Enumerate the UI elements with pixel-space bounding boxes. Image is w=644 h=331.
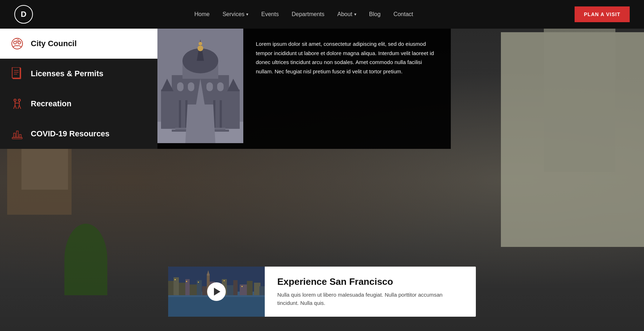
svg-rect-66 [259, 286, 265, 295]
svg-point-12 [18, 99, 20, 101]
nav-link-contact[interactable]: Contact [394, 11, 413, 17]
svg-rect-55 [190, 284, 197, 295]
svg-rect-46 [227, 89, 240, 129]
video-title: Experience San Francisco [277, 276, 463, 287]
svg-rect-69 [175, 279, 176, 280]
mega-menu: City Council Licenses & Pe [0, 29, 451, 149]
svg-rect-37 [179, 100, 181, 129]
svg-rect-40 [220, 100, 222, 129]
nav-item-events[interactable]: Events [261, 11, 279, 18]
main-content: City Council Licenses & Pe [0, 29, 644, 331]
svg-rect-64 [247, 281, 253, 295]
menu-item-city-council[interactable]: City Council [0, 29, 157, 59]
svg-rect-21 [14, 133, 15, 137]
menu-item-recreation[interactable]: Recreation [0, 89, 157, 119]
nav-links: Home Services Events Departments About B… [194, 11, 413, 18]
nav-link-services[interactable]: Services [223, 11, 248, 18]
svg-rect-52 [174, 277, 179, 295]
svg-rect-61 [227, 285, 233, 295]
svg-rect-74 [241, 286, 243, 287]
logo[interactable]: D [14, 5, 33, 24]
nav-item-blog[interactable]: Blog [369, 11, 381, 18]
svg-rect-56 [197, 280, 202, 295]
svg-point-11 [14, 99, 16, 101]
svg-rect-39 [213, 100, 215, 129]
video-info: Experience San Francisco Nulla quis lore… [265, 267, 476, 316]
menu-item-covid[interactable]: COVID-19 Resources [0, 119, 157, 149]
menu-feature-image [157, 29, 243, 143]
svg-rect-44 [161, 89, 174, 129]
svg-rect-7 [12, 67, 20, 78]
nav-link-departments[interactable]: Departments [292, 11, 325, 17]
svg-line-18 [18, 105, 19, 109]
menu-item-city-council-label: City Council [31, 39, 77, 48]
svg-rect-73 [224, 280, 225, 281]
nav-link-about[interactable]: About [337, 11, 356, 18]
menu-left-panel: City Council Licenses & Pe [0, 29, 157, 149]
video-description: Nulla quis lorem ut libero malesuada feu… [277, 291, 463, 307]
nav-item-about[interactable]: About [337, 11, 356, 18]
svg-rect-63 [240, 284, 247, 295]
video-thumbnail [168, 267, 265, 317]
menu-item-licenses[interactable]: Licenses & Permits [0, 59, 157, 89]
nav-item-contact[interactable]: Contact [394, 11, 413, 18]
svg-rect-70 [186, 281, 187, 282]
council-icon [11, 37, 24, 50]
svg-rect-41 [196, 115, 205, 129]
svg-rect-38 [185, 100, 187, 129]
svg-point-1 [14, 41, 16, 44]
svg-rect-71 [198, 282, 199, 283]
svg-line-19 [19, 105, 21, 109]
svg-line-16 [14, 105, 15, 109]
video-play-button[interactable] [207, 282, 226, 301]
covid-icon [11, 127, 24, 140]
svg-rect-54 [185, 279, 190, 295]
nav-link-events[interactable]: Events [261, 11, 279, 17]
menu-description-text: Lorem ipsum dolor sit amet, consectetur … [256, 39, 438, 76]
svg-point-31 [197, 45, 203, 51]
nav-link-home[interactable]: Home [194, 11, 210, 17]
video-card: Experience San Francisco Nulla quis lore… [168, 267, 476, 317]
navbar: D Home Services Events Departments About… [0, 0, 644, 29]
menu-description: Lorem ipsum dolor sit amet, consectetur … [243, 29, 451, 149]
nav-item-home[interactable]: Home [194, 11, 210, 18]
svg-rect-35 [206, 82, 213, 91]
svg-rect-53 [179, 283, 185, 295]
svg-rect-23 [19, 135, 21, 137]
cathedral-image [157, 29, 243, 143]
nav-link-blog[interactable]: Blog [369, 11, 381, 17]
svg-rect-43 [172, 130, 229, 132]
menu-item-licenses-label: Licenses & Permits [31, 69, 103, 78]
nav-item-services[interactable]: Services [223, 11, 248, 18]
menu-right-panel: Lorem ipsum dolor sit amet, consectetur … [157, 29, 451, 149]
logo-letter: D [21, 10, 26, 19]
menu-item-covid-label: COVID-19 Resources [31, 129, 109, 138]
svg-rect-22 [16, 131, 18, 137]
svg-rect-34 [188, 82, 194, 91]
nav-item-departments[interactable]: Departments [292, 11, 325, 18]
svg-rect-36 [217, 82, 224, 91]
plan-visit-button[interactable]: PLAN A VISIT [575, 6, 630, 22]
svg-line-17 [15, 105, 16, 109]
svg-point-32 [199, 42, 202, 45]
recreation-icon [11, 97, 24, 110]
permits-icon [11, 67, 24, 80]
svg-rect-33 [177, 82, 184, 91]
svg-rect-62 [233, 280, 238, 295]
menu-item-recreation-label: Recreation [31, 99, 72, 108]
